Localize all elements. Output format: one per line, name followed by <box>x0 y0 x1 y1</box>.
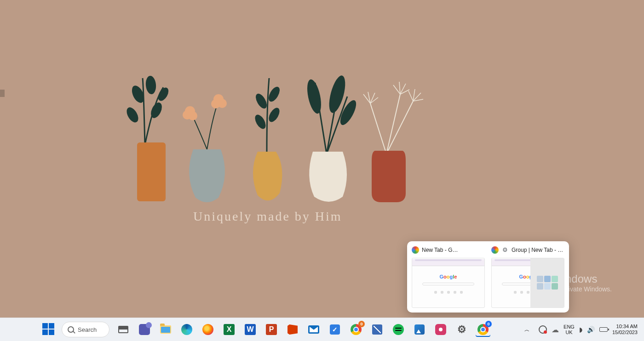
spotify-app[interactable] <box>391 322 406 337</box>
tray-sync-icon[interactable] <box>539 325 547 334</box>
svg-line-24 <box>399 82 400 94</box>
edge-icon <box>181 324 192 335</box>
desktop-edge-icon-fragment <box>0 90 5 97</box>
preview-group-secondary <box>530 258 564 308</box>
notification-badge: 0 <box>485 321 492 327</box>
battery-icon <box>599 327 608 332</box>
excel-app[interactable] <box>222 322 236 337</box>
chrome-icon <box>491 246 499 254</box>
svg-line-23 <box>393 85 400 94</box>
powerpoint-icon <box>266 324 277 335</box>
todo-app[interactable] <box>328 322 342 337</box>
language-line2: UK <box>564 330 575 335</box>
diagnostics-icon <box>372 324 382 335</box>
taskbar-preview-popup: New Tab - G… Google ⚙ Group | New Tab - … <box>407 241 569 313</box>
task-view-button[interactable] <box>116 322 131 337</box>
record-icon <box>435 324 446 335</box>
firefox-icon <box>202 324 213 335</box>
recorder-app[interactable] <box>433 322 448 337</box>
svg-rect-5 <box>137 142 166 201</box>
svg-point-12 <box>253 92 269 110</box>
language-line1: ENG <box>564 324 575 330</box>
preview-window-1[interactable]: New Tab - G… Google <box>412 246 485 308</box>
sync-icon <box>539 325 547 334</box>
wallpaper-illustration <box>124 69 437 207</box>
chrome-app[interactable]: 0 <box>349 322 363 337</box>
preview-window-2[interactable]: ⚙ Group | New Tab - Google … Google <box>491 246 564 308</box>
office-app[interactable] <box>285 322 300 337</box>
clock-date: 15/02/2023 <box>612 330 638 335</box>
taskbar: Search 0 ⚙ 0 ︿ ☁ ENG UK <box>0 318 644 341</box>
photos-icon <box>414 324 425 335</box>
svg-point-2 <box>124 105 140 124</box>
cloud-icon: ☁ <box>552 326 559 334</box>
excel-icon <box>224 324 235 335</box>
chrome-icon <box>412 246 419 254</box>
edge-app[interactable] <box>179 322 194 337</box>
preview-thumbnail: Google <box>412 258 485 308</box>
chrome-app-active[interactable]: 0 <box>476 322 490 337</box>
task-view-icon <box>118 326 128 333</box>
svg-point-11 <box>218 99 227 108</box>
clock-time: 10:34 AM <box>612 324 638 330</box>
file-explorer-app[interactable] <box>158 322 173 337</box>
svg-point-16 <box>305 78 323 115</box>
preview-title: Group | New Tab - Google … <box>512 247 564 253</box>
diagnostics-app[interactable] <box>370 322 385 337</box>
mail-icon <box>308 325 319 334</box>
spotify-icon <box>393 324 404 335</box>
gear-icon: ⚙ <box>456 324 467 335</box>
teams-app[interactable] <box>137 322 152 337</box>
word-icon <box>245 324 256 335</box>
svg-point-15 <box>267 106 282 124</box>
search-label: Search <box>78 326 97 333</box>
onedrive-tray[interactable]: ☁ <box>552 325 559 334</box>
windows-logo-icon <box>42 323 54 335</box>
preview-thumbnail: Google <box>491 258 564 308</box>
language-indicator[interactable]: ENG UK <box>564 324 575 335</box>
svg-point-8 <box>188 111 197 120</box>
volume-tray[interactable]: 🔊 <box>587 325 595 334</box>
office-icon <box>288 324 298 335</box>
word-app[interactable] <box>243 322 258 337</box>
firefox-app[interactable] <box>201 322 215 337</box>
svg-point-14 <box>253 113 268 131</box>
powerpoint-app[interactable] <box>264 322 279 337</box>
teams-icon <box>139 324 150 335</box>
speaker-icon: 🔊 <box>587 326 595 333</box>
wallpaper-caption: Uniquely made by Him <box>193 209 342 224</box>
start-button[interactable] <box>40 322 56 337</box>
wifi-tray[interactable]: ◗ <box>579 325 582 334</box>
todo-icon <box>330 324 340 335</box>
wifi-icon: ◗ <box>579 326 582 333</box>
svg-line-27 <box>408 91 413 101</box>
settings-app[interactable]: ⚙ <box>454 322 469 337</box>
folder-icon <box>160 325 171 334</box>
photos-app[interactable] <box>412 322 427 337</box>
mail-app[interactable] <box>306 322 321 337</box>
gear-icon: ⚙ <box>501 246 509 254</box>
battery-tray[interactable] <box>599 327 608 332</box>
svg-point-1 <box>145 75 156 95</box>
chevron-up-icon: ︿ <box>524 326 529 333</box>
desktop[interactable]: Uniquely made by Him Activate Windows Go… <box>0 0 644 341</box>
taskbar-clock[interactable]: 10:34 AM 15/02/2023 <box>612 324 638 335</box>
notification-badge: 0 <box>358 321 365 327</box>
search-icon <box>68 326 74 333</box>
preview-title: New Tab - G… <box>422 247 485 253</box>
taskbar-search[interactable]: Search <box>62 322 109 337</box>
tray-overflow-button[interactable]: ︿ <box>519 322 534 337</box>
svg-point-4 <box>156 86 171 103</box>
